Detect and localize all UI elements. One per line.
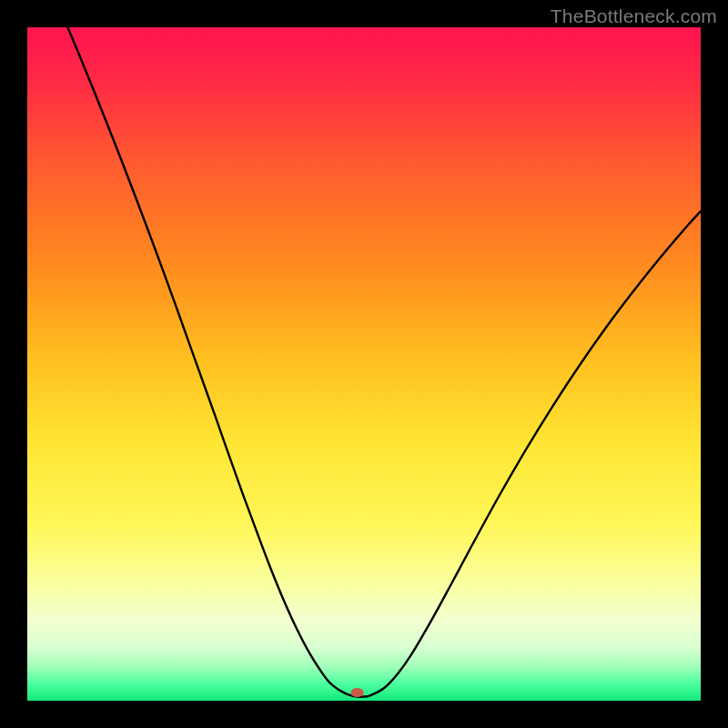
bottleneck-chart [27,27,701,701]
chart-frame: TheBottleneck.com [0,0,728,728]
plot-area [27,27,701,701]
gradient-background [27,27,701,701]
optimum-marker [351,688,364,697]
watermark-text: TheBottleneck.com [551,5,717,27]
